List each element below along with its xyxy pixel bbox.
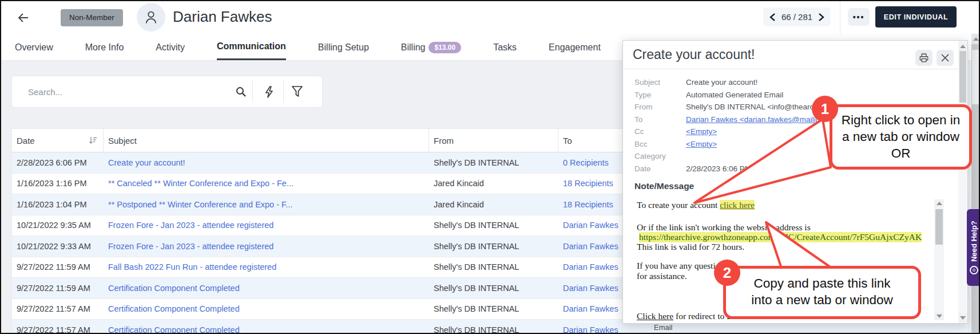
cell-from: Shelly's DB INTERNAL xyxy=(429,304,558,313)
membership-status-badge: Non-Member xyxy=(61,9,123,26)
note-line-1: To create your account click here xyxy=(637,200,755,210)
tab-communication[interactable]: Communication xyxy=(217,34,286,60)
cell-date: 2/28/2023 6:06 PM xyxy=(12,158,104,167)
avatar xyxy=(137,3,165,32)
need-help-label: Need Help? xyxy=(970,221,978,262)
tab-billing-label: Billing xyxy=(401,42,426,53)
page-scroll-thumb[interactable] xyxy=(972,50,979,104)
filter-funnel-icon[interactable] xyxy=(292,86,303,100)
cell-from: Shelly's DB INTERNAL xyxy=(429,158,558,167)
column-header-from[interactable]: From xyxy=(429,129,558,152)
tab-billing[interactable]: Billing $13.00 xyxy=(401,34,461,60)
cell-subject-link[interactable]: Fall Bash 2022 Fun Run - attendee regist… xyxy=(104,262,429,272)
cell-subject-link[interactable]: ** Postponed ** Winter Conference and Ex… xyxy=(104,200,429,209)
note-message-heading: Note/Message xyxy=(634,181,694,191)
cell-subject-link[interactable]: Certification Component Completed xyxy=(104,325,429,334)
dialog-scroll-thumb[interactable] xyxy=(959,51,966,103)
note-scroll-up[interactable] xyxy=(934,199,944,207)
note-line-5: for assistance. xyxy=(637,271,687,281)
cell-from: Jared Kincaid xyxy=(429,200,558,209)
note-scroll-down[interactable] xyxy=(934,312,944,320)
app-window: Non-Member Darian Fawkes 66 / 281 ••• ED… xyxy=(0,0,980,334)
cell-to-link[interactable]: Darian Fawkes xyxy=(558,325,969,334)
quick-actions-lightning-icon[interactable] xyxy=(265,86,275,100)
field-label: Subject xyxy=(634,78,686,87)
tab-activity[interactable]: Activity xyxy=(156,34,185,60)
field-label: From xyxy=(634,103,686,111)
dialog-scroll-up[interactable] xyxy=(958,42,967,50)
search-bar[interactable]: Search... xyxy=(11,76,323,108)
cell-from: Shelly's DB INTERNAL xyxy=(429,262,558,272)
dialog-separator xyxy=(623,69,958,69)
cell-subject-link[interactable]: Create your account! xyxy=(104,158,429,167)
callout-1-number: 1 xyxy=(812,96,838,122)
back-arrow-icon xyxy=(17,11,30,25)
click-here-link[interactable]: click here xyxy=(720,200,755,210)
billing-amount-badge: $13.00 xyxy=(428,42,461,53)
tab-overview[interactable]: Overview xyxy=(15,34,53,60)
more-actions-button[interactable]: ••• xyxy=(848,8,870,26)
cell-date: 9/27/2022 11:59 AM xyxy=(12,284,104,293)
cell-date: 9/27/2022 11:57 AM xyxy=(12,325,104,334)
note-scroll-thumb[interactable] xyxy=(935,209,943,245)
cell-from: Shelly's DB INTERNAL xyxy=(429,221,558,230)
field-value: <Empty> xyxy=(686,127,717,136)
tab-engagement[interactable]: Engagement xyxy=(549,34,601,60)
print-button[interactable] xyxy=(915,50,933,66)
column-header-date[interactable]: Date xyxy=(12,129,104,152)
search-input[interactable]: Search... xyxy=(28,76,62,107)
note-line-6: Click here for redirect to B xyxy=(637,311,732,321)
search-icon[interactable] xyxy=(235,86,247,100)
record-pagination: 66 / 281 xyxy=(763,7,831,26)
cell-subject-link[interactable]: Certification Component Completed xyxy=(104,284,429,293)
next-record-button[interactable] xyxy=(818,13,824,21)
field-label: To xyxy=(634,115,686,124)
need-help-tab[interactable]: Need Help? xyxy=(967,209,980,286)
note-line-3: This link is valid for 72 hours. xyxy=(637,242,744,252)
field-value: Create your account! xyxy=(686,78,757,87)
close-icon xyxy=(941,54,949,62)
cell-date: 9/27/2022 11:59 AM xyxy=(12,262,104,272)
field-value: Shelly's DB INTERNAL <info@thearch xyxy=(686,103,818,111)
field-label: Cc xyxy=(634,127,686,136)
cell-subject-link[interactable]: Frozen Fore - Jan 2023 - attendee regist… xyxy=(104,242,429,251)
tab-more-info[interactable]: More Info xyxy=(85,34,124,60)
redirect-click-here-link[interactable]: Click here xyxy=(637,311,673,321)
cell-subject-link[interactable]: Frozen Fore - Jan 2023 - attendee regist… xyxy=(104,221,429,230)
field-label: Bcc xyxy=(634,140,686,148)
account-url-link[interactable]: https://thearchive.growthzoneapp.com/MIC… xyxy=(639,232,922,242)
callout-2-bubble: Copy and paste this link into a new tab … xyxy=(723,266,921,319)
field-value: Darian Fawkes <darian.fawkes@mailina xyxy=(686,115,824,124)
search-divider xyxy=(252,81,253,103)
tab-tasks[interactable]: Tasks xyxy=(493,34,517,60)
page-scroll-up[interactable] xyxy=(971,34,980,44)
cell-subject-link[interactable]: ** Canceled ** Winter Conference and Exp… xyxy=(104,179,429,188)
field-label: Category xyxy=(634,152,686,160)
cell-from: Jared Kincaid xyxy=(429,179,558,188)
cell-subject-link[interactable]: Certification Component Completed xyxy=(104,304,429,313)
close-button[interactable] xyxy=(937,50,954,66)
field-value: Automated Generated Email xyxy=(686,91,783,99)
clipped-text-email: Email xyxy=(654,323,673,332)
cell-date: 1/16/2023 1:04 PM xyxy=(12,200,104,209)
help-buoy-icon xyxy=(970,266,978,274)
cell-from: Shelly's DB INTERNAL xyxy=(429,325,558,334)
column-header-subject[interactable]: Subject xyxy=(104,129,429,152)
prev-record-button[interactable] xyxy=(769,13,776,21)
dialog-scroll-down[interactable] xyxy=(958,313,967,322)
cell-date: 10/21/2022 9:35 AM xyxy=(12,221,104,230)
back-button[interactable] xyxy=(15,9,32,26)
email-field-row: Subject Create your account! xyxy=(634,76,903,89)
sort-icon[interactable] xyxy=(89,136,97,144)
page-scrollbar[interactable] xyxy=(971,34,980,334)
cell-date: 9/27/2022 11:57 AM xyxy=(12,304,104,313)
header-bar: Non-Member Darian Fawkes 66 / 281 ••• ED… xyxy=(1,1,979,35)
cell-from: Shelly's DB INTERNAL xyxy=(429,284,558,293)
tab-billing-setup[interactable]: Billing Setup xyxy=(318,34,369,60)
printer-icon xyxy=(919,53,929,63)
header-divider xyxy=(840,1,840,34)
page-title: Darian Fawkes xyxy=(173,8,272,26)
pagination-label: 66 / 281 xyxy=(781,12,812,22)
edit-individual-button[interactable]: EDIT INDIVIDUAL xyxy=(875,6,957,27)
cell-date: 1/16/2023 1:16 PM xyxy=(12,179,104,188)
